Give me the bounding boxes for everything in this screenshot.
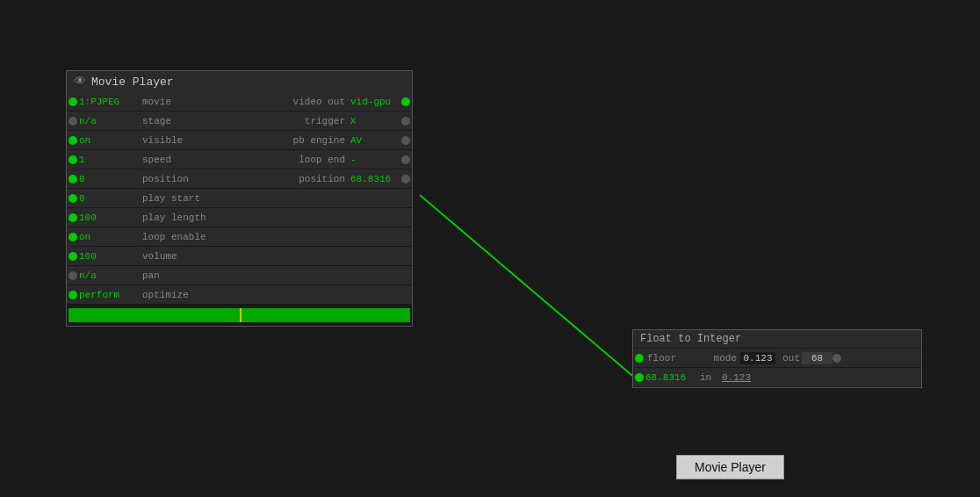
left-dot-8 bbox=[68, 252, 77, 261]
left-dot-3 bbox=[68, 155, 77, 164]
fi-mode-label: mode bbox=[692, 353, 740, 364]
movie-player-node-label: Movie Player bbox=[91, 76, 174, 89]
left-dot-5 bbox=[68, 194, 77, 203]
left-value-7: on bbox=[77, 232, 139, 242]
right-value-4: 68.8316 bbox=[349, 174, 401, 184]
eye-icon: 👁 bbox=[74, 75, 86, 89]
progress-marker bbox=[240, 308, 241, 322]
fi-in-label: in bbox=[696, 372, 718, 383]
fi-mode-value[interactable]: 0.123 bbox=[740, 352, 775, 364]
fi-floor-label: floor bbox=[644, 353, 692, 364]
float-int-row-2: 68.8316 in 0.123 bbox=[633, 368, 921, 387]
left-dot-9 bbox=[68, 271, 77, 280]
left-value-0: 1:PJPEG bbox=[77, 97, 139, 107]
fi-out-label: out bbox=[775, 353, 802, 364]
movie-row-1: n/astagetriggerX bbox=[67, 112, 412, 131]
left-value-3: 1 bbox=[77, 155, 139, 165]
movie-row-7: onloop enable bbox=[67, 227, 412, 247]
left-label-8: volume bbox=[139, 251, 231, 262]
left-value-2: on bbox=[77, 135, 139, 146]
fi-left-dot-1 bbox=[635, 354, 644, 363]
right-label-4: position bbox=[231, 174, 349, 184]
fi-out-value: 68 bbox=[802, 352, 832, 364]
left-label-3: speed bbox=[139, 155, 231, 165]
fi-right-dot-1 bbox=[832, 354, 841, 363]
movie-row-5: 0play start bbox=[67, 189, 412, 208]
left-dot-4 bbox=[68, 175, 77, 184]
left-dot-6 bbox=[68, 213, 77, 222]
svg-line-0 bbox=[420, 195, 637, 379]
movie-row-0: 1:PJPEGmovievideo outvid-gpu bbox=[67, 92, 412, 112]
left-dot-7 bbox=[68, 233, 77, 241]
movie-row-9: n/apan bbox=[67, 266, 412, 285]
left-value-4: 0 bbox=[77, 174, 139, 184]
left-value-9: n/a bbox=[77, 270, 139, 281]
right-value-0: vid-gpu bbox=[349, 97, 401, 107]
left-value-10: perform bbox=[77, 290, 139, 300]
right-dot-2 bbox=[401, 136, 410, 145]
right-label-3: loop end bbox=[231, 155, 349, 165]
right-label-0: video out bbox=[231, 97, 349, 107]
fi-decimal-value: 0.123 bbox=[718, 372, 751, 383]
movie-player-node: 👁 Movie Player 1:PJPEGmovievideo outvid-… bbox=[66, 70, 413, 327]
fi-68-value: 68.8316 bbox=[644, 372, 696, 383]
movie-row-8: 100volume bbox=[67, 247, 412, 266]
left-label-10: optimize bbox=[139, 290, 231, 300]
right-label-1: trigger bbox=[231, 116, 349, 126]
right-dot-0 bbox=[401, 97, 410, 106]
left-label-7: loop enable bbox=[139, 232, 231, 242]
left-value-8: 100 bbox=[77, 251, 139, 262]
right-dot-1 bbox=[401, 117, 410, 126]
float-int-title: Float to Integer bbox=[633, 330, 921, 349]
movie-row-10: performoptimize bbox=[67, 285, 412, 305]
left-label-9: pan bbox=[139, 270, 231, 281]
fi-left-dot-2 bbox=[635, 373, 644, 382]
right-value-2: AV bbox=[349, 135, 401, 146]
left-label-5: play start bbox=[139, 193, 231, 204]
left-value-1: n/a bbox=[77, 116, 139, 126]
left-dot-1 bbox=[68, 117, 77, 126]
left-label-0: movie bbox=[139, 97, 231, 107]
movie-player-button[interactable]: Movie Player bbox=[676, 455, 784, 479]
movie-row-3: 1speedloop end- bbox=[67, 150, 412, 169]
movie-row-4: 0positionposition68.8316 bbox=[67, 169, 412, 189]
right-value-1: X bbox=[349, 116, 401, 126]
right-value-3: - bbox=[349, 155, 401, 165]
progress-bar[interactable] bbox=[68, 308, 410, 322]
progress-row bbox=[67, 305, 412, 326]
left-dot-2 bbox=[68, 136, 77, 145]
right-label-2: pb engine bbox=[231, 135, 349, 146]
float-int-row-1: floor mode 0.123 out 68 bbox=[633, 349, 921, 368]
left-dot-0 bbox=[68, 97, 77, 106]
left-label-2: visible bbox=[139, 135, 231, 146]
movie-row-6: 100play length bbox=[67, 208, 412, 227]
left-label-6: play length bbox=[139, 212, 231, 223]
left-value-6: 100 bbox=[77, 212, 139, 223]
left-label-4: position bbox=[139, 174, 231, 184]
left-label-1: stage bbox=[139, 116, 231, 126]
right-dot-4 bbox=[401, 175, 410, 184]
left-value-5: 0 bbox=[77, 193, 139, 204]
movie-player-title: 👁 Movie Player bbox=[67, 71, 412, 92]
right-dot-3 bbox=[401, 155, 410, 164]
movie-player-rows: 1:PJPEGmovievideo outvid-gpun/astagetrig… bbox=[67, 92, 412, 305]
movie-row-2: onvisiblepb engineAV bbox=[67, 131, 412, 150]
float-int-node: Float to Integer floor mode 0.123 out 68… bbox=[632, 329, 922, 388]
left-dot-10 bbox=[68, 291, 77, 299]
